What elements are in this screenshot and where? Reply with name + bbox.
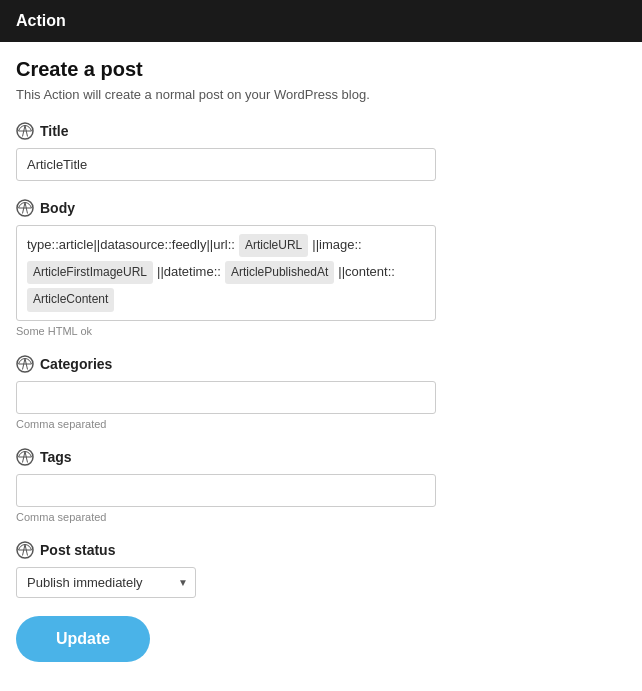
body-field-group: Body type::article||datasource::feedly||… [16, 199, 626, 337]
body-datetime-prefix: ||datetime:: [157, 262, 221, 283]
page-description: This Action will create a normal post on… [16, 87, 626, 102]
body-image-tag[interactable]: ArticleFirstImageURL [27, 261, 153, 284]
wordpress-icon-body [16, 199, 34, 217]
wordpress-icon-categories [16, 355, 34, 373]
tags-input[interactable] [16, 474, 436, 507]
categories-input[interactable] [16, 381, 436, 414]
tags-field-group: Tags Comma separated [16, 448, 626, 523]
post-status-select-wrapper: Publish immediately Draft Pending Review… [16, 567, 196, 598]
body-content-prefix: ||content:: [338, 262, 395, 283]
title-input[interactable] [16, 148, 436, 181]
post-status-field-group: Post status Publish immediately Draft Pe… [16, 541, 626, 598]
tags-label-text: Tags [40, 449, 72, 465]
post-status-label: Post status [16, 541, 626, 559]
categories-label-text: Categories [40, 356, 112, 372]
body-input-area[interactable]: type::article||datasource::feedly||url::… [16, 225, 436, 321]
wordpress-icon-tags [16, 448, 34, 466]
page-title: Create a post [16, 58, 626, 81]
body-label: Body [16, 199, 626, 217]
body-image-prefix: ||image:: [312, 235, 361, 256]
categories-label: Categories [16, 355, 626, 373]
body-content-tag[interactable]: ArticleContent [27, 288, 114, 311]
wordpress-icon-status [16, 541, 34, 559]
action-header: Action [0, 0, 642, 42]
title-label-text: Title [40, 123, 69, 139]
post-status-label-text: Post status [40, 542, 115, 558]
title-label: Title [16, 122, 626, 140]
categories-hint: Comma separated [16, 418, 626, 430]
body-datetime-tag[interactable]: ArticlePublishedAt [225, 261, 334, 284]
post-status-select[interactable]: Publish immediately Draft Pending Review… [16, 567, 196, 598]
wordpress-icon-title [16, 122, 34, 140]
title-field-group: Title [16, 122, 626, 181]
body-label-text: Body [40, 200, 75, 216]
body-hint: Some HTML ok [16, 325, 626, 337]
update-button[interactable]: Update [16, 616, 150, 662]
body-url-tag[interactable]: ArticleURL [239, 234, 308, 257]
categories-field-group: Categories Comma separated [16, 355, 626, 430]
tags-label: Tags [16, 448, 626, 466]
body-prefix-text: type::article||datasource::feedly||url:: [27, 235, 235, 256]
header-title: Action [16, 12, 66, 29]
tags-hint: Comma separated [16, 511, 626, 523]
main-content: Create a post This Action will create a … [0, 42, 642, 678]
